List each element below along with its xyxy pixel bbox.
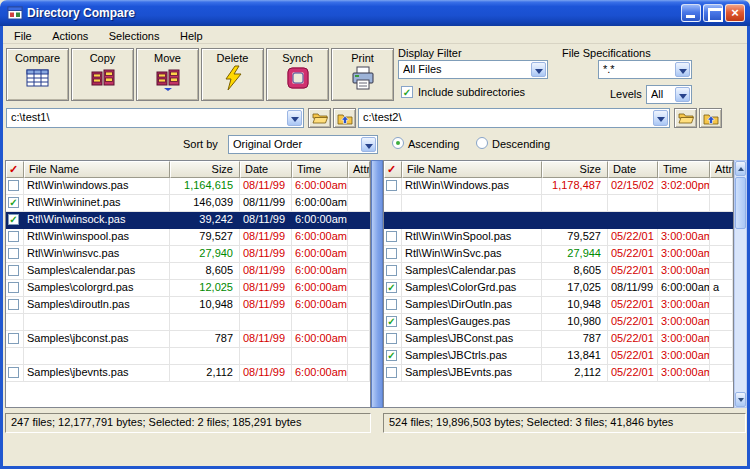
move-button[interactable]: Move (136, 48, 199, 101)
file-row[interactable]: Samples\JBEvnts.pas2,11205/22/013:00:00a… (384, 365, 733, 382)
row-checkbox[interactable]: ✓ (8, 197, 19, 208)
file-row[interactable]: Samples\JBConst.pas78705/22/013:00:00am (384, 331, 733, 348)
row-checkbox[interactable]: ✓ (386, 350, 397, 361)
row-checkbox[interactable] (386, 265, 397, 276)
sort-by-select[interactable]: Original Order (228, 135, 378, 154)
print-button[interactable]: Print (331, 48, 394, 101)
levels-select[interactable]: All (646, 85, 692, 104)
dropdown-arrow-icon[interactable] (531, 62, 546, 77)
file-row[interactable] (384, 212, 733, 229)
row-checkbox[interactable] (386, 248, 397, 259)
minimize-button[interactable] (681, 4, 701, 22)
left-path-combobox[interactable]: c:\test1\ (6, 108, 304, 128)
column-header-size[interactable]: Size (542, 161, 608, 178)
column-header-date[interactable]: Date (240, 161, 292, 178)
row-checkbox[interactable]: ✓ (386, 316, 397, 327)
file-cell-name: Samples\DirOutln.pas (402, 297, 542, 314)
scroll-down-arrow-icon[interactable] (735, 392, 746, 407)
dropdown-arrow-icon[interactable] (653, 110, 668, 126)
column-header-attr[interactable]: Attr (348, 161, 370, 178)
menu-selections[interactable]: Selections (101, 28, 168, 42)
column-header-file-name[interactable]: File Name (24, 161, 170, 178)
file-row[interactable]: Samples\jbevnts.pas2,11208/11/996:00:00a… (6, 365, 370, 382)
file-row[interactable]: Rtl\Win\winsvc.pas27,94008/11/996:00:00a… (6, 246, 370, 263)
file-row[interactable]: Samples\jbconst.pas78708/11/996:00:00am (6, 331, 370, 348)
file-cell-time: 3:00:00am (658, 314, 710, 331)
row-checkbox[interactable] (8, 248, 19, 259)
left-browse-folder-button[interactable] (308, 108, 331, 128)
row-checkbox[interactable] (8, 282, 19, 293)
column-header-size[interactable]: Size (170, 161, 240, 178)
compare-button[interactable]: Compare (6, 48, 69, 101)
left-folder-up-button[interactable] (333, 108, 356, 128)
copy-button[interactable]: Copy (71, 48, 134, 101)
title-bar[interactable]: Directory Compare × (0, 0, 750, 26)
file-row[interactable]: Samples\DirOutln.pas10,94805/22/013:00:0… (384, 297, 733, 314)
file-row[interactable]: Rtl\Win\windows.pas1,164,61508/11/996:00… (6, 178, 370, 195)
row-checkbox[interactable] (8, 231, 19, 242)
row-checkbox[interactable] (386, 299, 397, 310)
right-file-list[interactable]: Rtl\Win\Windows.pas1,178,48702/15/023:02… (384, 178, 733, 407)
row-checkbox[interactable] (8, 299, 19, 310)
menu-actions[interactable]: Actions (44, 28, 96, 42)
maximize-button[interactable] (703, 4, 723, 22)
dropdown-arrow-icon[interactable] (287, 110, 302, 126)
row-checkbox[interactable] (8, 265, 19, 276)
include-subdirectories-checkbox[interactable]: ✓ (401, 86, 413, 98)
file-cell-name: Samples\JBEvnts.pas (402, 365, 542, 382)
select-all-header-cell[interactable]: ✓ (6, 161, 24, 178)
select-all-header-cell[interactable]: ✓ (384, 161, 402, 178)
close-button[interactable]: × (725, 4, 745, 22)
column-header-time[interactable]: Time (292, 161, 348, 178)
file-row[interactable]: Rtl\Win\winspool.pas79,52708/11/996:00:0… (6, 229, 370, 246)
scrollbar-thumb[interactable] (735, 177, 746, 229)
scroll-up-arrow-icon[interactable] (735, 161, 746, 176)
synch-button[interactable]: Synch (266, 48, 329, 101)
menu-help[interactable]: Help (172, 28, 211, 42)
right-browse-folder-button[interactable] (674, 108, 697, 128)
column-header-time[interactable]: Time (658, 161, 710, 178)
file-row[interactable] (384, 195, 733, 212)
file-row[interactable]: Samples\colorgrd.pas12,02508/11/996:00:0… (6, 280, 370, 297)
dropdown-arrow-icon[interactable] (361, 137, 376, 152)
left-panel-scrollbar[interactable] (371, 160, 383, 408)
row-checkbox[interactable] (8, 180, 19, 191)
row-checkbox[interactable]: ✓ (8, 214, 19, 225)
file-row[interactable]: ✓Samples\JBCtrls.pas13,84105/22/013:00:0… (384, 348, 733, 365)
display-filter-select[interactable]: All Files (398, 60, 548, 79)
menu-file[interactable]: File (6, 28, 40, 42)
column-header-attr[interactable]: Attr (710, 161, 733, 178)
row-checkbox[interactable] (386, 333, 397, 344)
left-file-list[interactable]: Rtl\Win\windows.pas1,164,61508/11/996:00… (6, 178, 370, 407)
file-row[interactable]: Rtl\Win\Windows.pas1,178,48702/15/023:02… (384, 178, 733, 195)
file-cell-size: 10,980 (542, 314, 608, 331)
file-row[interactable]: Samples\diroutln.pas10,94808/11/996:00:0… (6, 297, 370, 314)
row-checkbox[interactable] (8, 333, 19, 344)
delete-button[interactable]: Delete (201, 48, 264, 101)
file-row[interactable] (6, 314, 370, 331)
row-checkbox[interactable]: ✓ (386, 282, 397, 293)
column-header-file-name[interactable]: File Name (402, 161, 542, 178)
file-row[interactable]: ✓Rtl\Win\winsock.pas39,24208/11/996:00:0… (6, 212, 370, 229)
ascending-radio[interactable] (392, 137, 404, 149)
file-row[interactable]: Rtl\Win\WinSvc.pas27,94405/22/013:00:00a… (384, 246, 733, 263)
file-row[interactable]: Samples\Calendar.pas8,60505/22/013:00:00… (384, 263, 733, 280)
row-checkbox[interactable] (386, 180, 397, 191)
file-row[interactable]: ✓Samples\ColorGrd.pas17,02508/11/996:00:… (384, 280, 733, 297)
file-row[interactable]: ✓Samples\Gauges.pas10,98005/22/013:00:00… (384, 314, 733, 331)
dropdown-arrow-icon[interactable] (675, 62, 690, 77)
file-spec-select[interactable]: *.* (598, 60, 692, 79)
right-panel-scrollbar[interactable] (734, 160, 747, 408)
file-row[interactable]: Rtl\Win\WinSpool.pas79,52705/22/013:00:0… (384, 229, 733, 246)
right-path-combobox[interactable]: c:\test2\ (358, 108, 670, 128)
row-checkbox[interactable] (8, 367, 19, 378)
column-header-date[interactable]: Date (608, 161, 658, 178)
row-checkbox[interactable] (386, 231, 397, 242)
dropdown-arrow-icon[interactable] (675, 87, 690, 102)
descending-radio[interactable] (476, 137, 488, 149)
right-folder-up-button[interactable] (699, 108, 722, 128)
file-row[interactable] (6, 348, 370, 365)
file-row[interactable]: ✓Rtl\Win\wininet.pas146,03908/11/996:00:… (6, 195, 370, 212)
row-checkbox[interactable] (386, 367, 397, 378)
file-row[interactable]: Samples\calendar.pas8,60508/11/996:00:00… (6, 263, 370, 280)
